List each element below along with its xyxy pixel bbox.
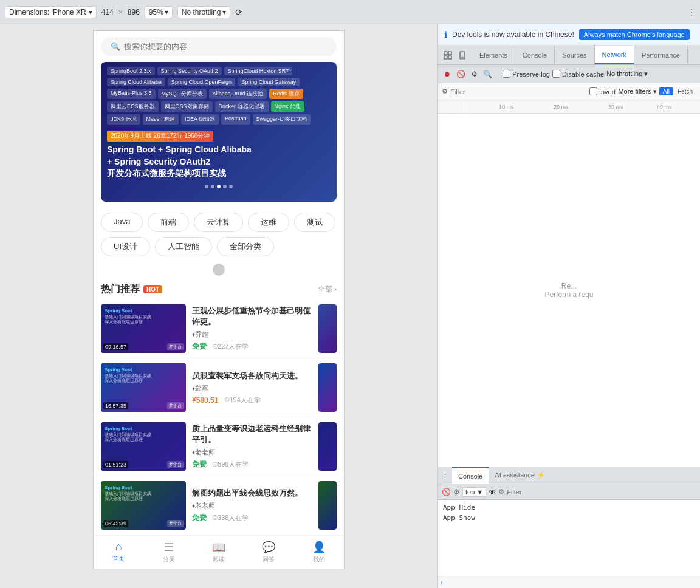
console-clear-icon[interactable]: 🚫 <box>442 488 451 496</box>
console-prompt[interactable]: › <box>438 576 700 588</box>
qa-icon: 💬 <box>262 541 275 554</box>
thumb-brand: 梦学台 <box>167 402 184 409</box>
console-tab-ai[interactable]: AI assistance ⚡ <box>489 467 551 484</box>
thumb-brand: 梦学台 <box>167 343 184 350</box>
course-meta: 免费 ©338人在学 <box>192 513 312 523</box>
chevron-down-icon: ▾ <box>644 70 648 77</box>
filter-fetch[interactable]: Fetch <box>674 87 696 95</box>
nav-home[interactable]: ⌂ 首页 <box>94 536 143 569</box>
tab-sources[interactable]: Sources <box>555 46 594 64</box>
course-item[interactable]: Spring Boot 基础入门到编级项目实战深入分析底层运原理 梦学台 16:… <box>94 358 344 417</box>
category-frontend[interactable]: 前端 <box>148 213 189 232</box>
svg-rect-2 <box>444 56 447 59</box>
zoom-selector[interactable]: 95% ▾ <box>145 6 173 18</box>
course-item[interactable]: Spring Boot 基础入门到编级项目实战深入分析底层运原理 梦学台 01:… <box>94 417 344 476</box>
banner-title: Spring Boot + Spring Cloud Alibaba+ Spri… <box>107 144 331 180</box>
filter-all[interactable]: All <box>659 87 673 95</box>
category-cloud[interactable]: 云计算 <box>194 213 243 232</box>
top-selector[interactable]: top ▼ <box>462 487 486 497</box>
banner-tag: JDK9 环境 <box>107 114 140 125</box>
console-ai-label: AI assistance ⚡ <box>495 471 544 479</box>
tab-network[interactable]: Network <box>595 46 634 64</box>
thumb-duration: 09:16:57 <box>103 343 128 350</box>
device-mode-icon[interactable] <box>456 49 468 61</box>
console-tab-label: Console <box>458 473 482 480</box>
search-input[interactable] <box>124 42 327 51</box>
banner-tag: Spring Cloud OpenFeign <box>168 78 235 86</box>
banner-tag: Spring Cloud Alibaba <box>107 78 165 86</box>
course-students: ©338人在学 <box>213 513 249 522</box>
banner-tag: Redis 缓存 <box>269 89 303 99</box>
disable-cache-checkbox[interactable]: Disable cache <box>552 70 604 78</box>
category-ai[interactable]: 人工智能 <box>155 237 212 256</box>
banner-tag: Maven 构建 <box>143 114 179 125</box>
console-filter-icon[interactable]: ⚙ <box>453 488 460 496</box>
section-more[interactable]: 全部 › <box>318 284 337 295</box>
course-arrow <box>318 304 337 353</box>
course-students: ©599人在学 <box>213 460 249 469</box>
inspect-icon[interactable] <box>442 49 454 61</box>
tab-performance[interactable]: Performance <box>634 46 688 64</box>
nav-qa[interactable]: 💬 问答 <box>244 536 293 569</box>
more-icon[interactable]: ⋮ <box>688 8 695 16</box>
disable-cache-input[interactable] <box>552 70 560 78</box>
invert-checkbox[interactable]: Invert <box>589 87 616 95</box>
nav-qa-label: 问答 <box>262 555 275 564</box>
course-meta: ¥580.51 ©194人在学 <box>192 395 312 405</box>
course-item[interactable]: Spring Boot 基础入门到编级项目实战深入分析底层运原理 梦学台 06:… <box>94 476 344 535</box>
info-icon: ℹ <box>444 30 447 39</box>
device-selector[interactable]: Dimensions: iPhone XR ▾ <box>5 6 97 18</box>
course-arrow <box>318 481 337 530</box>
record-button[interactable]: ⏺ <box>442 69 453 80</box>
search-icon[interactable]: 🔍 <box>482 69 493 80</box>
throttle-selector[interactable]: No throttling ▾ <box>606 70 648 78</box>
preserve-log-input[interactable] <box>503 70 510 78</box>
section-title-text: 热门推荐 <box>101 283 140 296</box>
phone-area: 🔍 SpringBoot 2.3.x Spring Security OAuth… <box>0 24 437 588</box>
nav-profile[interactable]: 👤 我的 <box>294 536 344 569</box>
nav-read[interactable]: 📖 阅读 <box>194 536 244 569</box>
console-input[interactable] <box>445 579 698 587</box>
more-filters-button[interactable]: More filters ▾ <box>618 87 656 95</box>
network-empty-hint: Perform a requ <box>544 290 593 299</box>
devtools-tab-icons <box>438 46 472 64</box>
dot-active <box>217 185 221 188</box>
devtools-tabs: Elements Console Sources Network Perform… <box>438 46 700 65</box>
clear-button[interactable]: 🚫 <box>455 69 466 80</box>
banner-tag: Postman <box>221 114 250 125</box>
category-java[interactable]: Java <box>101 213 143 232</box>
category-test[interactable]: 测试 <box>294 213 335 232</box>
console-line: App Show <box>443 513 695 523</box>
dot <box>205 185 208 188</box>
category-ops[interactable]: 运维 <box>248 213 289 232</box>
course-price: 免费 <box>192 341 207 352</box>
filter-icon[interactable]: ⚙ <box>468 69 479 80</box>
network-empty-message: Re... <box>561 282 577 290</box>
console-drag-handle[interactable]: ⋮ <box>438 467 452 484</box>
nav-category[interactable]: ☰ 分类 <box>143 536 193 569</box>
rotate-icon[interactable]: ⟳ <box>235 7 245 17</box>
eye-icon[interactable]: 👁 <box>489 488 496 496</box>
banner-tag: Docker 容器化部署 <box>215 101 269 112</box>
hot-badge: HOT <box>143 285 162 293</box>
console-filter-input[interactable] <box>507 488 696 496</box>
tab-console[interactable]: Console <box>515 46 555 64</box>
preserve-log-checkbox[interactable]: Preserve log <box>503 70 550 78</box>
hot-section-header: 热门推荐 HOT 全部 › <box>94 279 344 299</box>
scroll-dot[interactable] <box>213 264 225 276</box>
tab-elements[interactable]: Elements <box>472 46 515 64</box>
thumb-brand: 梦学台 <box>167 520 184 527</box>
category-ui[interactable]: UI设计 <box>101 237 150 256</box>
invert-input[interactable] <box>589 87 597 95</box>
course-price: 免费 <box>192 459 207 470</box>
thumb-brand: 梦学台 <box>167 461 184 468</box>
course-item[interactable]: Spring Boot 基础入门到编级项目实战深入分析底层运原理 梦学台 09:… <box>94 299 344 358</box>
network-filter-input[interactable] <box>450 88 587 95</box>
banner-tags: SpringBoot 2.3.x Spring Security OAuth2 … <box>101 62 337 127</box>
banner-date: 2020年9月上线 26章172节 1968分钟 <box>107 131 213 142</box>
console-tab-console[interactable]: Console <box>452 467 489 484</box>
tick-40ms: 40 ms <box>657 104 672 110</box>
throttle-selector[interactable]: No throttling ▾ <box>177 6 230 18</box>
category-all[interactable]: 全部分类 <box>217 237 274 256</box>
match-language-button[interactable]: Always match Chrome's language <box>579 29 690 40</box>
